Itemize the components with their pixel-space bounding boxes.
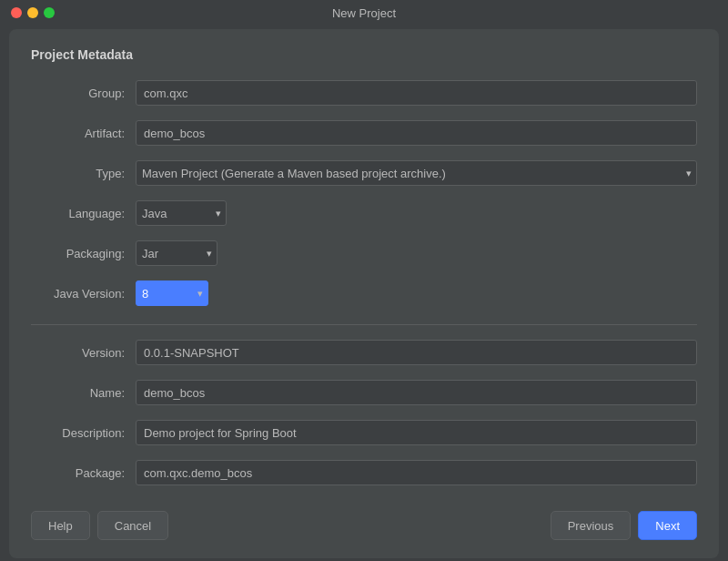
footer-left: Help Cancel: [31, 511, 168, 540]
packaging-select[interactable]: Jar War: [136, 240, 217, 266]
description-input[interactable]: [136, 420, 697, 445]
name-input[interactable]: [136, 380, 697, 405]
traffic-lights: [11, 7, 55, 18]
package-input[interactable]: [136, 460, 697, 485]
name-label: Name:: [31, 386, 136, 400]
package-label: Package:: [31, 466, 136, 480]
cancel-button[interactable]: Cancel: [97, 511, 168, 540]
java-version-select[interactable]: 8 11 17 21: [136, 280, 208, 306]
type-row: Type: Maven Project (Generate a Maven ba…: [31, 157, 697, 189]
version-label: Version:: [31, 346, 136, 360]
window-title: New Project: [332, 6, 396, 20]
section-title: Project Metadata: [31, 47, 697, 62]
packaging-row: Packaging: Jar War: [31, 237, 697, 270]
java-version-select-wrapper: 8 11 17 21: [136, 280, 208, 306]
divider: [31, 324, 697, 325]
type-label: Type:: [31, 167, 136, 180]
name-row: Name:: [31, 376, 697, 409]
footer-right: Previous Next: [551, 511, 697, 540]
artifact-row: Artifact:: [31, 117, 697, 149]
group-row: Group:: [31, 76, 697, 109]
package-row: Package:: [31, 456, 697, 489]
language-select[interactable]: Java Kotlin Groovy: [136, 200, 227, 226]
help-button[interactable]: Help: [31, 511, 90, 540]
maximize-button[interactable]: [44, 7, 55, 18]
footer: Help Cancel Previous Next: [31, 511, 697, 540]
description-label: Description:: [31, 426, 136, 440]
java-version-label: Java Version:: [31, 287, 136, 301]
packaging-label: Packaging:: [31, 247, 136, 260]
artifact-label: Artifact:: [31, 127, 136, 140]
group-label: Group:: [31, 87, 136, 100]
previous-button[interactable]: Previous: [551, 511, 632, 540]
dialog: Project Metadata Group: Artifact: Type: …: [9, 29, 719, 558]
form-area: Group: Artifact: Type: Maven Project (Ge…: [31, 76, 697, 496]
language-select-wrapper: Java Kotlin Groovy: [136, 200, 227, 226]
language-label: Language:: [31, 207, 136, 220]
artifact-input[interactable]: [136, 120, 697, 146]
minimize-button[interactable]: [27, 7, 38, 18]
next-button[interactable]: Next: [638, 511, 697, 540]
close-button[interactable]: [11, 7, 22, 18]
title-bar: New Project: [0, 0, 728, 26]
version-row: Version:: [31, 336, 697, 369]
version-input[interactable]: [136, 340, 697, 365]
type-select-wrapper: Maven Project (Generate a Maven based pr…: [136, 160, 697, 186]
group-input[interactable]: [136, 80, 697, 106]
packaging-select-wrapper: Jar War: [136, 240, 217, 266]
type-select[interactable]: Maven Project (Generate a Maven based pr…: [136, 160, 697, 186]
java-version-row: Java Version: 8 11 17 21: [31, 277, 697, 310]
language-row: Language: Java Kotlin Groovy: [31, 197, 697, 230]
description-row: Description:: [31, 416, 697, 449]
